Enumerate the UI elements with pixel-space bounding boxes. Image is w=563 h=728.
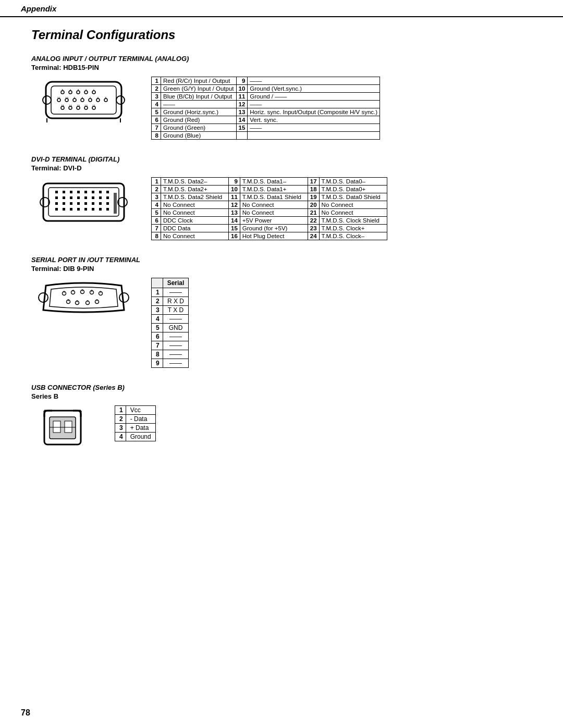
table-row: 4 —— — [152, 315, 189, 324]
header: Appendix — [0, 0, 563, 17]
analog-section: ANALOG INPUT / OUTPUT TERMINAL (ANALOG) … — [31, 55, 532, 140]
svg-text:12: 12 — [84, 104, 88, 107]
svg-rect-59 — [106, 196, 109, 199]
serial-section-title: SERIAL PORT IN /OUT TERMINAL — [31, 256, 532, 264]
svg-rect-53 — [63, 196, 65, 199]
svg-text:7: 7 — [89, 96, 91, 100]
table-row: 8 —— — [152, 350, 189, 359]
analog-terminal-label: Terminal: HDB15-PIN — [31, 64, 532, 71]
table-row: 2 Green (G/Y) Input / Output 10 Ground (… — [152, 85, 380, 93]
svg-rect-60 — [55, 202, 58, 205]
serial-section-body: 5 4 3 2 1 9 8 7 6 — [31, 278, 532, 368]
svg-rect-56 — [84, 196, 87, 199]
page-title: Terminal Configurations — [31, 28, 532, 42]
table-row: 7DDC Data 15Ground (for +5V) 23T.M.D.S. … — [152, 225, 387, 232]
table-row: 8 Ground (Blue) — [152, 132, 380, 140]
svg-point-2 — [43, 96, 51, 104]
usb-section-title: USB CONNECTOR (Series B) — [31, 384, 532, 391]
header-label: Appendix — [21, 4, 56, 13]
table-row: 3 + Data — [115, 424, 156, 433]
svg-text:8: 8 — [81, 96, 83, 100]
svg-text:3: 3 — [81, 289, 83, 292]
table-row: 3T.M.D.S. Data2 Shield 11T.M.D.S. Data1 … — [152, 193, 387, 201]
svg-rect-70 — [70, 208, 72, 211]
usb-terminal-label: Series B — [31, 392, 532, 400]
dvi-section: DVI-D TERMINAL (DIGITAL) Terminal: DVI-D — [31, 155, 532, 240]
svg-text:1: 1 — [93, 89, 94, 92]
table-row: 7 Ground (Green) 15 —— — [152, 124, 380, 132]
svg-text:13: 13 — [77, 104, 80, 107]
svg-rect-65 — [92, 202, 94, 205]
svg-text:2: 2 — [91, 289, 92, 292]
serial-section: SERIAL PORT IN /OUT TERMINAL Terminal: D… — [31, 256, 532, 368]
svg-text:5: 5 — [63, 290, 65, 293]
usb-section-body: 1 Vcc 2 - Data 3 + Data 4 — [31, 405, 532, 447]
table-row: 5No Connect 13No Connect 21No Connect — [152, 209, 387, 217]
svg-rect-55 — [77, 196, 80, 199]
svg-text:9: 9 — [74, 96, 75, 100]
serial-pin-table: Serial 1 —— 2 R X D 3 — [151, 278, 189, 368]
usb-section: USB CONNECTOR (Series B) Series B — [31, 384, 532, 447]
svg-rect-74 — [99, 208, 102, 211]
svg-rect-75 — [106, 208, 109, 211]
serial-connector-image: 5 4 3 2 1 9 8 7 6 — [31, 278, 136, 319]
svg-text:4: 4 — [69, 89, 71, 92]
dvi-section-body: 1T.M.D.S. Data2– 9T.M.D.S. Data1– 17T.M.… — [31, 177, 532, 240]
dvi-section-title: DVI-D TERMINAL (DIGITAL) — [31, 155, 532, 163]
table-row: 1 Vcc — [115, 406, 156, 415]
svg-rect-69 — [63, 208, 65, 211]
table-row: 2 R X D — [152, 297, 189, 306]
svg-point-77 — [39, 293, 48, 302]
table-row: 5 GND — [152, 324, 189, 332]
table-row: 3 Blue (B/Cb) Input / Output 11 Ground /… — [152, 93, 380, 101]
svg-rect-72 — [84, 208, 87, 211]
table-row: 8No Connect 16Hot Plug Detect 24T.M.D.S.… — [152, 232, 387, 240]
svg-point-3 — [116, 96, 125, 104]
hdb15-connector-image: 5 4 3 2 1 11 10 9 8 7 6 5 15 14 13 12 11 — [31, 77, 136, 126]
svg-text:4: 4 — [72, 289, 74, 292]
svg-text:8: 8 — [76, 300, 78, 303]
dvi-terminal-label: Terminal: DVI-D — [31, 164, 532, 172]
analog-section-body: 5 4 3 2 1 11 10 9 8 7 6 5 15 14 13 12 11 — [31, 77, 532, 140]
svg-text:7: 7 — [87, 300, 88, 303]
table-row: 6 Ground (Red) 14 Vert. sync. — [152, 116, 380, 124]
svg-text:3: 3 — [77, 89, 79, 92]
table-row: 6DDC Clock 14+5V Power 22T.M.D.S. Clock … — [152, 217, 387, 225]
table-row: 7 —— — [152, 341, 189, 350]
svg-text:5: 5 — [105, 96, 106, 100]
svg-text:6: 6 — [97, 96, 99, 100]
svg-rect-57 — [92, 196, 94, 199]
svg-text:11: 11 — [92, 104, 95, 107]
table-row: 1 Red (R/Cr) Input / Output 9 —— — [152, 77, 380, 85]
svg-rect-49 — [92, 191, 94, 193]
svg-rect-58 — [99, 196, 102, 199]
table-header-row: Serial — [152, 278, 189, 288]
svg-text:14: 14 — [69, 104, 72, 107]
svg-rect-51 — [106, 191, 109, 193]
svg-text:5: 5 — [62, 89, 63, 92]
svg-rect-52 — [55, 196, 58, 199]
usb-connector-image — [31, 405, 99, 447]
svg-rect-64 — [84, 202, 87, 205]
serial-col-header: Serial — [163, 278, 189, 288]
svg-rect-67 — [106, 202, 109, 205]
svg-rect-76 — [114, 193, 117, 214]
svg-rect-68 — [55, 208, 58, 211]
svg-rect-103 — [53, 421, 60, 433]
svg-rect-46 — [70, 191, 72, 193]
svg-text:10: 10 — [65, 96, 68, 100]
svg-rect-50 — [99, 191, 102, 193]
usb-pin-table-wrap: 1 Vcc 2 - Data 3 + Data 4 — [115, 405, 156, 441]
table-row: 4 —— 12 —— — [152, 101, 380, 108]
table-row: 1T.M.D.S. Data2– 9T.M.D.S. Data1– 17T.M.… — [152, 178, 387, 186]
analog-pin-table: 1 Red (R/Cr) Input / Output 9 —— 2 Green… — [151, 77, 380, 140]
table-row: 9 —— — [152, 359, 189, 368]
svg-rect-66 — [99, 202, 102, 205]
table-row: 4No Connect 12No Connect 20No Connect — [152, 201, 387, 209]
svg-rect-71 — [77, 208, 80, 211]
svg-rect-73 — [92, 208, 94, 211]
svg-rect-44 — [55, 191, 58, 193]
svg-rect-45 — [63, 191, 65, 193]
svg-rect-47 — [77, 191, 80, 193]
svg-rect-61 — [63, 202, 65, 205]
